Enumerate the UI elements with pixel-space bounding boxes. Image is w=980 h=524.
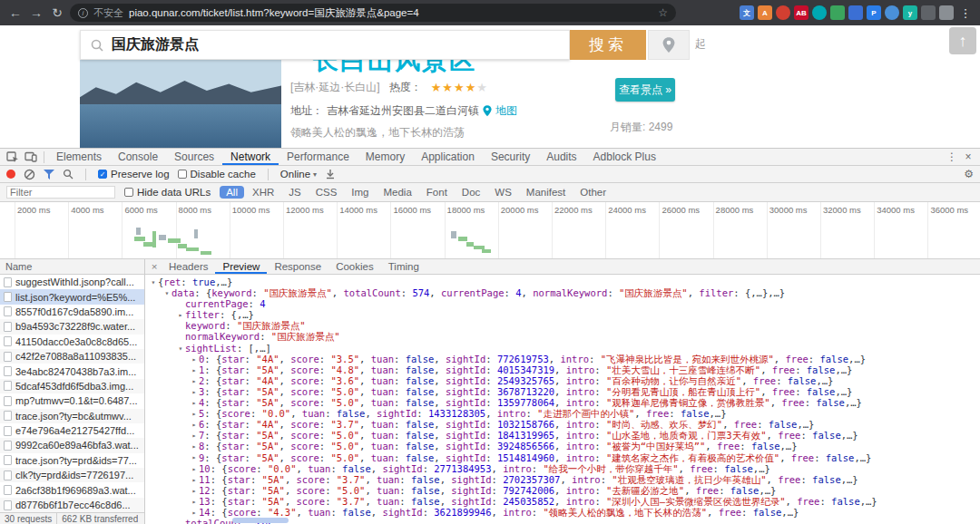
- request-row[interactable]: suggestWithId.jsonp?call...: [0, 275, 144, 289]
- browser-menu-icon[interactable]: ⋮: [958, 6, 973, 20]
- json-tree-row[interactable]: ▸1: {star: "5A", score: "4.8", tuan: fal…: [145, 364, 980, 375]
- record-button[interactable]: [6, 170, 15, 179]
- preserve-log-checkbox[interactable]: ✓ Preserve log: [98, 169, 170, 180]
- json-tree-row[interactable]: keyword: "国庆旅游景点": [145, 320, 980, 331]
- filter-type-all[interactable]: All: [220, 186, 244, 199]
- view-sight-button[interactable]: 查看景点 »: [615, 78, 675, 102]
- reload-icon[interactable]: ↻: [49, 5, 65, 20]
- json-tree-row[interactable]: ▸11: {star: "5A", score: "3.7", tuan: fa…: [145, 474, 980, 485]
- json-tree-row[interactable]: currentPage: 4: [145, 298, 980, 309]
- request-row[interactable]: list.json?keyword=%E5%...: [0, 289, 144, 304]
- reader-extension-icon[interactable]: A: [758, 5, 772, 20]
- json-tree-row[interactable]: ▸13: {star: "5A", score: "3.7", tuan: fa…: [145, 496, 980, 507]
- network-search-icon[interactable]: [63, 169, 74, 180]
- horizontal-scrollbar[interactable]: [232, 518, 289, 523]
- forward-icon[interactable]: →: [28, 5, 44, 20]
- json-tree-row[interactable]: ▸0: {star: "4A", score: "3.5", tuan: fal…: [145, 354, 980, 364]
- request-row[interactable]: 8557f0d167c9da5890.im...: [0, 305, 144, 319]
- close-detail-icon[interactable]: ×: [147, 261, 162, 272]
- filter-type-media[interactable]: Media: [377, 186, 418, 199]
- circle-extension-icon[interactable]: [885, 5, 899, 20]
- detail-tab-preview[interactable]: Preview: [215, 259, 267, 274]
- detail-tab-headers[interactable]: Headers: [162, 259, 215, 274]
- json-tree-row[interactable]: ▸7: {star: "5A", score: "5.0", tuan: fal…: [145, 430, 980, 441]
- security-info-icon[interactable]: i: [78, 8, 88, 18]
- throttling-select[interactable]: Online ▾: [280, 169, 317, 180]
- devtools-tab-elements[interactable]: Elements: [48, 149, 110, 165]
- search-box[interactable]: [80, 30, 570, 60]
- request-row[interactable]: d8776b6f1b7ecc46c8d6...: [0, 498, 144, 512]
- filter-type-css[interactable]: CSS: [309, 186, 344, 199]
- devtools-tab-sources[interactable]: Sources: [166, 149, 222, 165]
- json-tree-row[interactable]: ▸3: {star: "5A", score: "5.0", tuan: fal…: [145, 386, 980, 397]
- back-icon[interactable]: ←: [7, 5, 24, 20]
- json-tree-row[interactable]: ▸14: {score: "4.3", tuan: false, sightId…: [145, 507, 980, 518]
- request-row[interactable]: c42f2e7088a8a11093835...: [0, 349, 144, 364]
- request-row[interactable]: 3e4abc82470438b7a3.im...: [0, 364, 144, 378]
- request-row[interactable]: clk?ty=prd&ids=7726197...: [0, 468, 144, 482]
- grid-extension-icon[interactable]: [830, 5, 845, 20]
- disable-cache-checkbox[interactable]: Disable cache: [178, 169, 256, 180]
- address-bar[interactable]: i 不安全 piao.qunar.com/ticket/list.htm?key…: [70, 4, 676, 22]
- search-button[interactable]: 搜索: [570, 30, 646, 60]
- json-tree-row[interactable]: ▸2: {star: "4A", score: "3.6", tuan: fal…: [145, 375, 980, 386]
- network-settings-gear-icon[interactable]: ⚙: [964, 168, 974, 180]
- name-column-header[interactable]: Name: [0, 259, 144, 275]
- network-overview-timeline[interactable]: 2000 ms4000 ms6000 ms8000 ms10000 ms1200…: [0, 202, 980, 259]
- search-input[interactable]: [112, 37, 560, 53]
- devtools-tab-memory[interactable]: Memory: [358, 149, 413, 165]
- request-row[interactable]: 9992ca60e89a46bfa3.wat...: [0, 438, 144, 452]
- detail-tab-response[interactable]: Response: [267, 259, 328, 274]
- map-link[interactable]: 地图: [495, 103, 517, 119]
- filter-type-font[interactable]: Font: [420, 186, 454, 199]
- puzzle-extension-icon[interactable]: [939, 5, 954, 20]
- network-filter-input[interactable]: [6, 186, 115, 199]
- json-tree-row[interactable]: ▸filter: {,…}: [145, 309, 980, 320]
- devtools-tab-network[interactable]: Network: [222, 149, 279, 165]
- y-extension-icon[interactable]: y: [903, 5, 917, 20]
- filter-type-doc[interactable]: Doc: [456, 186, 486, 199]
- request-row[interactable]: 41150dacc0e3a0c8c8d65...: [0, 335, 144, 349]
- json-tree-row[interactable]: normalKeyword: "国庆旅游景点": [145, 331, 980, 342]
- devtools-menu-icon[interactable]: ⋮: [944, 150, 960, 163]
- devtools-close-icon[interactable]: ×: [960, 150, 976, 163]
- nearby-button[interactable]: [648, 30, 690, 60]
- filter-type-manifest[interactable]: Manifest: [520, 186, 572, 199]
- json-tree-row[interactable]: ▾data: {keyword: "国庆旅游景点", totalCount: 5…: [145, 287, 980, 298]
- bookmark-star-icon[interactable]: ☆: [658, 6, 668, 19]
- device-toolbar-icon[interactable]: [22, 151, 40, 162]
- tiles-extension-icon[interactable]: [848, 5, 863, 20]
- ghostery-extension-icon[interactable]: [812, 5, 827, 20]
- download-har-icon[interactable]: [325, 169, 336, 180]
- detail-tab-timing[interactable]: Timing: [381, 259, 426, 274]
- devtools-tab-adblock-plus[interactable]: Adblock Plus: [585, 149, 664, 165]
- request-row[interactable]: trace.json?ty=bc&utmwv...: [0, 409, 144, 423]
- json-tree-row[interactable]: ▸8: {star: "5A", score: "5.0", tuan: fal…: [145, 441, 980, 451]
- devtools-tab-security[interactable]: Security: [483, 149, 538, 165]
- adblock-extension-icon[interactable]: [776, 5, 790, 20]
- request-row[interactable]: b9a4593c73228f9c.water...: [0, 319, 144, 334]
- json-tree-row[interactable]: ▸9: {star: "5A", score: "5.0", tuan: fal…: [145, 452, 980, 463]
- devtools-tab-audits[interactable]: Audits: [538, 149, 584, 165]
- filter-type-xhr[interactable]: XHR: [246, 186, 280, 199]
- filter-type-js[interactable]: JS: [282, 186, 307, 199]
- filter-type-img[interactable]: Img: [345, 186, 375, 199]
- hide-data-urls-checkbox[interactable]: Hide data URLs: [124, 187, 211, 198]
- request-row[interactable]: 5dcaf453dfd6f5dba3.img...: [0, 379, 144, 393]
- abp-extension-icon[interactable]: AB: [794, 5, 808, 20]
- filter-funnel-icon[interactable]: [44, 170, 54, 180]
- json-tree-row[interactable]: ▸4: {star: "5A", score: "5.0", tuan: fal…: [145, 397, 980, 408]
- json-tree-row[interactable]: ▸12: {star: "5A", score: "5.0", tuan: fa…: [145, 485, 980, 496]
- devtools-tab-application[interactable]: Application: [413, 149, 483, 165]
- p-extension-icon[interactable]: P: [867, 5, 881, 20]
- translate-extension-icon[interactable]: 文: [740, 5, 754, 20]
- detail-tab-cookies[interactable]: Cookies: [328, 259, 381, 274]
- devtools-tab-performance[interactable]: Performance: [279, 149, 358, 165]
- clear-button[interactable]: [24, 169, 35, 180]
- devtools-tab-console[interactable]: Console: [110, 149, 166, 165]
- inspect-element-icon[interactable]: [4, 151, 22, 163]
- json-tree-row[interactable]: ▾{ret: true,…}: [145, 277, 980, 287]
- json-tree-row[interactable]: ▸10: {score: "0.0", tuan: false, sightId…: [145, 463, 980, 474]
- json-tree-row[interactable]: ▾sightList: [,…]: [145, 343, 980, 354]
- request-row[interactable]: mp?utmwv=0.1&t=0.6487...: [0, 393, 144, 408]
